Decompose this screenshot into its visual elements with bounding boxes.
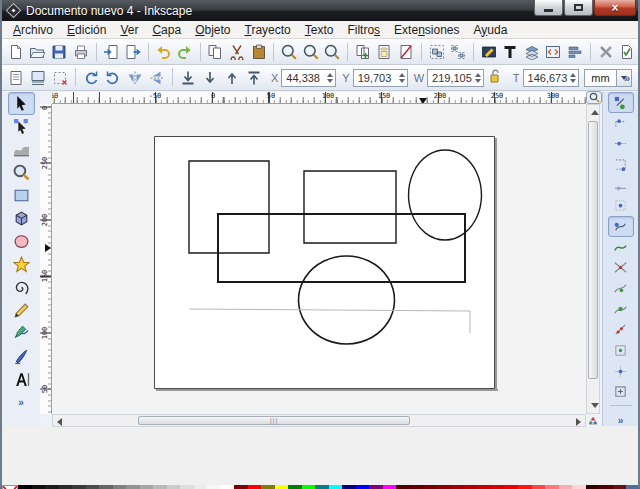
color-swatch[interactable] xyxy=(613,485,627,489)
color-swatch[interactable] xyxy=(248,485,262,489)
color-swatch[interactable] xyxy=(72,485,86,489)
snap-line-midpoints-icon[interactable] xyxy=(608,319,634,340)
snap-rotation-centers-icon[interactable] xyxy=(608,361,634,382)
menu-edicion[interactable]: Edición xyxy=(60,22,113,38)
color-swatch[interactable] xyxy=(126,485,140,489)
box3d-tool[interactable] xyxy=(8,207,35,230)
snap-page-border-icon[interactable] xyxy=(608,381,634,402)
select-all-layers-icon[interactable] xyxy=(27,67,49,89)
no-color-swatch[interactable] xyxy=(2,485,18,489)
toolbox-overflow-button[interactable]: » xyxy=(18,397,24,408)
menu-trayecto[interactable]: Trayecto xyxy=(238,22,298,38)
rotate-cw-icon[interactable] xyxy=(102,67,124,89)
snap-bounding-boxes-icon[interactable] xyxy=(608,113,634,134)
separator[interactable] xyxy=(196,42,205,62)
document-properties-icon[interactable] xyxy=(616,41,638,63)
color-swatch[interactable] xyxy=(505,485,519,489)
lower-to-bottom-icon[interactable] xyxy=(177,67,199,89)
separator[interactable] xyxy=(417,42,426,62)
save-document-icon[interactable] xyxy=(48,41,70,63)
cut-icon[interactable] xyxy=(226,41,248,63)
color-swatch[interactable] xyxy=(356,485,370,489)
spinner[interactable] xyxy=(570,73,576,83)
xml-editor-icon[interactable] xyxy=(543,41,565,63)
scroll-right-icon[interactable] xyxy=(576,418,581,426)
rotate-ccw-icon[interactable] xyxy=(80,67,102,89)
separator[interactable] xyxy=(92,42,101,62)
color-swatch[interactable] xyxy=(153,485,167,489)
color-swatch[interactable] xyxy=(275,485,289,489)
unlink-clone-icon[interactable] xyxy=(395,41,417,63)
color-swatch[interactable] xyxy=(478,485,492,489)
separator[interactable] xyxy=(269,42,278,62)
menu-archivo[interactable]: Archivo xyxy=(6,22,60,38)
selector-tool[interactable] xyxy=(8,92,35,115)
color-swatch[interactable] xyxy=(464,485,478,489)
color-swatch[interactable] xyxy=(532,485,546,489)
close-button[interactable]: × xyxy=(594,0,636,16)
color-swatch[interactable] xyxy=(559,485,573,489)
undo-icon[interactable] xyxy=(152,41,174,63)
color-swatch[interactable] xyxy=(288,485,302,489)
color-swatch[interactable] xyxy=(180,485,194,489)
ellipse-tool[interactable] xyxy=(8,230,35,253)
preferences-icon[interactable] xyxy=(595,41,617,63)
color-swatch[interactable] xyxy=(423,485,437,489)
spiral-tool[interactable] xyxy=(8,276,35,299)
palette-scroll-left-icon[interactable] xyxy=(626,485,634,489)
text-dialog-icon[interactable] xyxy=(499,41,521,63)
text-tool[interactable] xyxy=(8,368,35,391)
snap-bbox-edges-icon[interactable] xyxy=(608,133,634,154)
color-swatch[interactable] xyxy=(45,485,59,489)
color-swatch[interactable] xyxy=(113,485,127,489)
color-swatch[interactable] xyxy=(315,485,329,489)
drawing-canvas[interactable] xyxy=(52,104,586,414)
rectangle-tool[interactable] xyxy=(8,184,35,207)
ungroup-icon[interactable] xyxy=(447,41,469,63)
calligraphy-tool[interactable] xyxy=(8,345,35,368)
snap-paths-icon[interactable] xyxy=(608,237,634,258)
color-swatch[interactable] xyxy=(451,485,465,489)
menu-texto[interactable]: Texto xyxy=(298,22,341,38)
snap-bbox-centers-icon[interactable] xyxy=(608,195,634,216)
x-field[interactable]: 44,338 xyxy=(281,69,336,87)
menu-capa[interactable]: Capa xyxy=(145,22,188,38)
color-swatch[interactable] xyxy=(140,485,154,489)
copy-icon[interactable] xyxy=(205,41,227,63)
zoom-tool[interactable] xyxy=(8,161,35,184)
node-tool[interactable] xyxy=(8,115,35,138)
separator[interactable] xyxy=(168,67,177,87)
color-swatch[interactable] xyxy=(491,485,505,489)
flip-vertical-icon[interactable] xyxy=(146,67,168,89)
color-swatch[interactable] xyxy=(99,485,113,489)
toolbar-overflow-button[interactable]: » xyxy=(624,72,630,84)
menu-ayuda[interactable]: Ayuda xyxy=(467,22,515,38)
color-swatch[interactable] xyxy=(518,485,532,489)
spinner[interactable] xyxy=(475,73,481,83)
color-swatch[interactable] xyxy=(59,485,73,489)
deselect-icon[interactable] xyxy=(49,67,71,89)
horizontal-scrollbar[interactable]: ||| xyxy=(52,414,586,427)
h-field[interactable]: 146,673 xyxy=(523,69,580,87)
menu-objeto[interactable]: Objeto xyxy=(188,22,237,38)
color-swatch[interactable] xyxy=(194,485,208,489)
color-swatch[interactable] xyxy=(369,485,383,489)
fill-stroke-dialog-icon[interactable] xyxy=(478,41,500,63)
lock-dimensions-icon[interactable] xyxy=(489,69,502,87)
w-field[interactable]: 219,105 xyxy=(427,69,484,87)
zoom-drawing-icon[interactable] xyxy=(300,41,322,63)
raise-icon[interactable] xyxy=(221,67,243,89)
redo-icon[interactable] xyxy=(174,41,196,63)
export-icon[interactable] xyxy=(122,41,144,63)
color-swatch[interactable] xyxy=(329,485,343,489)
pencil-tool[interactable] xyxy=(8,299,35,322)
separator[interactable] xyxy=(469,42,478,62)
zoom-1-1-button[interactable] xyxy=(586,91,602,104)
scroll-left-icon[interactable] xyxy=(57,418,62,426)
color-swatch[interactable] xyxy=(86,485,100,489)
vertical-scroll-thumb[interactable] xyxy=(588,121,598,379)
snap-object-centers-icon[interactable] xyxy=(608,340,634,361)
open-document-icon[interactable] xyxy=(27,41,49,63)
print-document-icon[interactable] xyxy=(70,41,92,63)
separator[interactable] xyxy=(586,42,595,62)
